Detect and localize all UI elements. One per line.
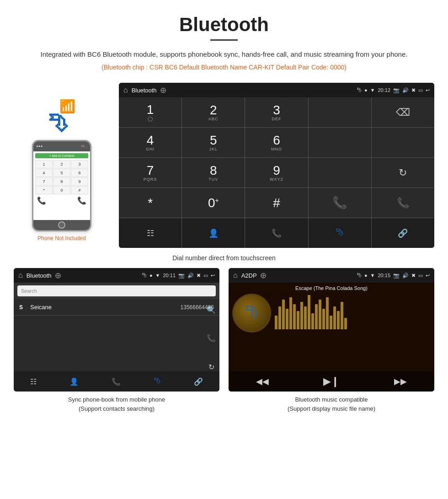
music-close-icon: ✖: [411, 273, 416, 279]
music-vol-icon: 🔊: [402, 273, 409, 279]
bluetooth-icon: ⮷: [48, 113, 68, 135]
music-mini-screen: ⌂ A2DP ⨁ ⮷ ● ▼ 20:15 📷 🔊 ✖ ▭ ↩ E: [229, 268, 434, 392]
dialer-nav-contacts[interactable]: 👤: [182, 218, 245, 248]
music-cam-icon: 📷: [393, 273, 400, 279]
contacts-nav-phone[interactable]: 📞: [112, 377, 121, 386]
wifi-signal-icon: 📶: [59, 99, 75, 114]
phone-key-2[interactable]: 2: [53, 160, 70, 168]
contacts-mini-screen: ⌂ Bluetooth ⨁ ⮷ ● ▼ 20:11 📷 🔊 ✖ ▭ ↩: [14, 268, 219, 392]
dialer-key-call[interactable]: 📞: [309, 188, 371, 218]
dialer-nav-link[interactable]: 🔗: [372, 218, 434, 248]
contact-letter: S: [19, 304, 26, 311]
music-loc-icon: ●: [364, 273, 368, 278]
dialer-key-backspace[interactable]: ⌫: [372, 97, 434, 127]
signal-icon: ▼: [370, 87, 375, 93]
music-caption: Bluetooth music compatible (Support disp…: [288, 395, 375, 413]
phone-bottom-bar: [33, 220, 90, 230]
contacts-usb-icon: ⨁: [55, 272, 61, 279]
statusbar-left: ⌂ Bluetooth ⨁: [123, 86, 166, 94]
contacts-caption: Sync phone-book from mobile phone (Suppo…: [68, 395, 165, 413]
dial-caption: Dial number direct from touchscreen: [0, 254, 448, 262]
dialer-time: 20:12: [378, 87, 390, 93]
song-title: Escape (The Pina Colada Song): [229, 283, 434, 294]
dialer-key-0[interactable]: 0+: [182, 188, 245, 218]
phone-key-4[interactable]: 4: [35, 169, 53, 177]
phone-screen: + Add to Contacts 1 2 3 4 5 6 7 8 9 * 0 …: [33, 151, 90, 220]
dialer-key-end[interactable]: 📞: [372, 188, 434, 218]
phone-keypad: 1 2 3 4 5 6 7 8 9 * 0 #: [35, 160, 88, 194]
page-specs: (Bluetooth chip : CSR BC6 Default Blueto…: [27, 64, 421, 71]
phone-key-6[interactable]: 6: [71, 169, 88, 177]
dialer-key-8[interactable]: 8 TUV: [182, 158, 245, 188]
contacts-search-placeholder: Search: [21, 288, 37, 294]
music-back-icon[interactable]: ↩: [426, 273, 430, 279]
dialer-key-star[interactable]: *: [119, 188, 181, 218]
phone-icon[interactable]: 📞: [207, 334, 216, 343]
dialer-key-hash[interactable]: #: [245, 188, 308, 218]
contact-row[interactable]: S Seicane 13566664466: [14, 299, 219, 316]
camera-icon: 📷: [393, 87, 400, 93]
refresh-icon[interactable]: ↻: [208, 363, 214, 371]
phone-key-9[interactable]: 9: [71, 177, 88, 186]
phone-key-3[interactable]: 3: [71, 160, 88, 168]
music-time: 20:15: [378, 273, 390, 278]
dialer-key-1[interactable]: 1 ◯: [119, 97, 181, 127]
prev-icon[interactable]: ◀◀: [256, 376, 269, 386]
dialer-key-6[interactable]: 6 MNO: [245, 128, 308, 157]
main-content: 📶 ⮷ ●●● M... + Add to Contacts 1 2 3 4 5…: [0, 83, 448, 248]
phone-key-7[interactable]: 7: [35, 177, 53, 186]
phone-area: 📶 ⮷ ●●● M... + Add to Contacts 1 2 3 4 5…: [14, 83, 110, 248]
album-art: ⮷: [232, 294, 271, 333]
contacts-right-icons: 🔍 📞 ↻: [207, 295, 216, 381]
dialer-nav-phone[interactable]: 📞: [245, 218, 308, 248]
contacts-search-bar[interactable]: Search: [17, 285, 216, 296]
add-contacts-btn: + Add to Contacts: [35, 153, 88, 158]
dialer-key-4[interactable]: 4 GHI: [119, 128, 181, 157]
music-screen-item: ⌂ A2DP ⨁ ⮷ ● ▼ 20:15 📷 🔊 ✖ ▭ ↩ E: [229, 268, 434, 413]
contacts-nav-person[interactable]: 👤: [69, 377, 79, 386]
usb-icon: ⨁: [160, 87, 166, 93]
contacts-screen-item: ⌂ Bluetooth ⨁ ⮷ ● ▼ 20:11 📷 🔊 ✖ ▭ ↩: [14, 268, 219, 413]
contacts-sig-icon: ▼: [155, 273, 160, 278]
phone-key-hash[interactable]: #: [71, 186, 88, 194]
contacts-vol-icon: 🔊: [187, 273, 194, 279]
phone-key-5[interactable]: 5: [53, 169, 70, 177]
dialer-cell-empty-r1c4: [309, 97, 371, 127]
next-icon[interactable]: ▶▶: [394, 376, 407, 386]
music-usb-icon: ⨁: [261, 272, 266, 279]
dialer-key-7[interactable]: 7 PQRS: [119, 158, 181, 188]
contacts-search-row: Search: [14, 283, 219, 299]
contacts-back-icon[interactable]: ↩: [211, 273, 215, 279]
back-icon[interactable]: ↩: [426, 87, 430, 93]
contacts-nav-link[interactable]: 🔗: [194, 377, 203, 386]
search-icon[interactable]: 🔍: [207, 306, 216, 314]
dialer-key-refresh[interactable]: ↻: [372, 158, 434, 188]
phone-key-1[interactable]: 1: [35, 160, 53, 168]
dialer-nav-bt[interactable]: ⮷: [309, 218, 371, 248]
contacts-nav-grid[interactable]: ☷: [30, 377, 37, 386]
music-controls: ◀◀ ▶❙ ▶▶: [229, 371, 434, 392]
music-sig-icon: ▼: [370, 273, 375, 278]
play-pause-icon[interactable]: ▶❙: [323, 376, 339, 387]
dialer-key-9[interactable]: 9 WXYZ: [245, 158, 308, 188]
dialer-nav-grid[interactable]: ☷: [119, 218, 181, 248]
page-description: Integrated with BC6 Bluetooth module, su…: [27, 49, 421, 60]
phone-key-star[interactable]: *: [35, 186, 53, 194]
contacts-nav-bt[interactable]: ⮷: [154, 377, 161, 386]
phone-key-8[interactable]: 8: [53, 177, 70, 186]
statusbar-right: ⮷ ● ▼ 20:12 📷 🔊 ✖ ▭ ↩: [357, 87, 430, 93]
contacts-time: 20:11: [163, 273, 176, 278]
phone-key-0[interactable]: 0: [53, 186, 70, 194]
contacts-cam-icon: 📷: [178, 273, 185, 279]
contacts-close-icon: ✖: [197, 273, 201, 279]
contact-name: Seicane: [30, 304, 181, 311]
dialer-key-3[interactable]: 3 DEF: [245, 97, 308, 127]
title-divider: [210, 39, 238, 41]
dialer-key-2[interactable]: 2 ABC: [182, 97, 245, 127]
phone-not-included-label: Phone Not Included: [37, 235, 85, 241]
music-home-icon: ⌂: [233, 271, 238, 279]
dialer-key-5[interactable]: 5 JKL: [182, 128, 245, 157]
page-title: Bluetooth: [27, 14, 421, 36]
location-icon: ●: [364, 87, 368, 93]
dialer-grid: 1 ◯ 2 ABC 3 DEF ⌫ 4 GHI 5 JKL: [119, 97, 434, 248]
